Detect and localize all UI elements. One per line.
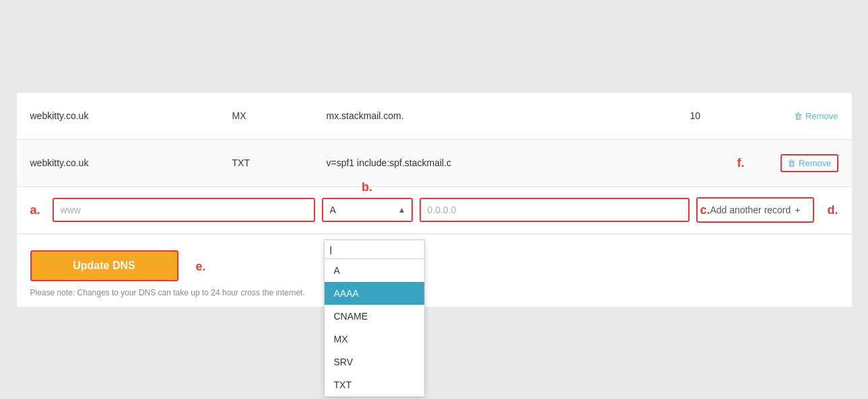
main-card: webkitty.co.uk MX mx.stackmail.com. 10 🗑… — [17, 93, 852, 307]
add-another-record-button[interactable]: Add another record + — [696, 197, 813, 223]
mx-remove-label: Remove — [805, 111, 838, 121]
new-record-row: a. b. A AAAA CNAME MX SRV TXT ▲ c. Add a… — [17, 187, 852, 234]
type-dropdown-overlay: A AAAA CNAME MX SRV TXT — [324, 240, 425, 397]
dropdown-option-a[interactable]: A — [325, 259, 424, 282]
txt-action: f. 🗑 Remove — [758, 154, 838, 172]
txt-domain: webkitty.co.uk — [30, 157, 232, 168]
trash-icon: 🗑 — [794, 111, 803, 121]
mx-domain: webkitty.co.uk — [30, 110, 232, 121]
label-f: f. — [737, 156, 745, 170]
label-d: d. — [828, 203, 838, 217]
new-record-name-input[interactable] — [53, 198, 315, 222]
dropdown-option-mx[interactable]: MX — [325, 328, 424, 351]
dropdown-option-txt[interactable]: TXT — [325, 373, 424, 396]
label-b: b. — [362, 180, 372, 194]
trash-icon-2: 🗑 — [787, 158, 796, 168]
value-field-wrapper: c. — [420, 198, 690, 222]
mx-record-row: webkitty.co.uk MX mx.stackmail.com. 10 🗑… — [17, 93, 852, 140]
note-text: Please note: Changes to your DNS can tak… — [30, 288, 838, 297]
mx-action: 🗑 Remove — [758, 111, 838, 121]
plus-icon: + — [795, 205, 800, 215]
action-section: Update DNS e. Please note: Changes to yo… — [17, 234, 852, 307]
dropdown-option-aaaa[interactable]: AAAA — [325, 282, 424, 305]
mx-value: mx.stackmail.com. — [327, 110, 690, 121]
label-e: e. — [196, 260, 206, 274]
txt-remove-label: Remove — [799, 158, 831, 168]
txt-value: v=spf1 include:spf.stackmail.c — [327, 157, 690, 168]
label-c: c. — [700, 203, 710, 217]
dropdown-search-input[interactable] — [325, 240, 424, 259]
mx-priority: 10 — [690, 110, 758, 121]
type-select[interactable]: A AAAA CNAME MX SRV TXT — [323, 199, 411, 221]
new-record-value-input[interactable] — [420, 198, 690, 222]
label-a: a. — [30, 203, 40, 217]
update-dns-button[interactable]: Update DNS — [30, 250, 178, 281]
txt-type: TXT — [232, 157, 327, 168]
mx-type: MX — [232, 110, 327, 121]
dropdown-option-cname[interactable]: CNAME — [325, 305, 424, 328]
dropdown-option-srv[interactable]: SRV — [325, 351, 424, 373]
txt-remove-button[interactable]: 🗑 Remove — [780, 154, 838, 172]
txt-record-row: webkitty.co.uk TXT v=spf1 include:spf.st… — [17, 140, 852, 187]
type-select-wrapper: b. A AAAA CNAME MX SRV TXT ▲ — [322, 198, 413, 222]
mx-remove-button[interactable]: 🗑 Remove — [794, 111, 838, 121]
add-record-label: Add another record — [710, 205, 791, 215]
dropdown-list: A AAAA CNAME MX SRV TXT — [325, 259, 424, 396]
